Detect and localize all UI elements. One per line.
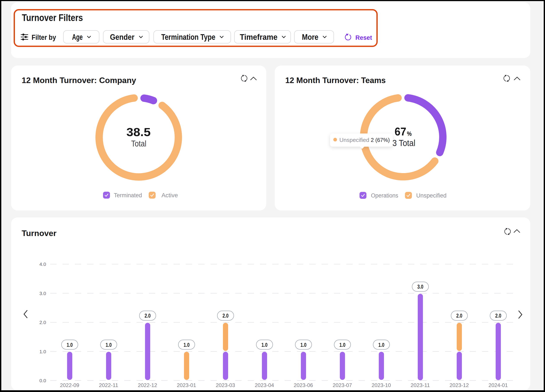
svg-text:2023-11: 2023-11: [411, 382, 430, 388]
svg-text:Age: Age: [72, 33, 83, 42]
svg-text:1.0: 1.0: [261, 342, 267, 348]
svg-text:2.0: 2.0: [223, 312, 229, 319]
svg-text:2 (67%): 2 (67%): [371, 137, 390, 143]
svg-text:2023-12: 2023-12: [450, 382, 469, 388]
svg-text:0.0: 0.0: [39, 378, 46, 383]
svg-text:Timeframe: Timeframe: [240, 33, 278, 42]
svg-text:4.0: 4.0: [39, 262, 46, 267]
svg-text:Total: Total: [131, 139, 146, 148]
svg-text:2.0: 2.0: [145, 312, 151, 319]
svg-text:Operations: Operations: [371, 192, 398, 199]
svg-text:Reset: Reset: [355, 34, 372, 41]
svg-text:Turnover Filters: Turnover Filters: [22, 12, 83, 23]
svg-text:12 Month Turnover: Company: 12 Month Turnover: Company: [22, 76, 136, 85]
svg-text:Turnover: Turnover: [22, 229, 56, 238]
svg-text:2023-04: 2023-04: [255, 382, 274, 388]
svg-text:Filter by: Filter by: [32, 33, 56, 41]
svg-text:2024-01: 2024-01: [489, 382, 508, 388]
svg-text:67: 67: [395, 125, 406, 138]
svg-text:1.0: 1.0: [378, 342, 384, 348]
svg-text:2022-11: 2022-11: [99, 382, 118, 388]
svg-text:3.0: 3.0: [417, 284, 423, 290]
svg-text:%: %: [407, 130, 412, 137]
svg-text:3.0: 3.0: [39, 291, 46, 296]
svg-text:2.0: 2.0: [39, 320, 46, 325]
svg-text:2.0: 2.0: [495, 312, 501, 319]
svg-text:Terminated: Terminated: [114, 192, 142, 199]
svg-text:Unspecified: Unspecified: [416, 192, 446, 199]
svg-text:Active: Active: [161, 192, 178, 199]
svg-text:38.5: 38.5: [126, 126, 151, 138]
svg-text:2022-09: 2022-09: [60, 382, 79, 388]
svg-text:1.0: 1.0: [106, 342, 112, 348]
svg-text:More: More: [302, 33, 318, 42]
svg-text:2022-12: 2022-12: [138, 382, 157, 388]
svg-text:2023-01: 2023-01: [177, 382, 196, 388]
svg-text:Termination Type: Termination Type: [161, 33, 215, 42]
svg-text:1.0: 1.0: [339, 342, 346, 348]
svg-text:1.0: 1.0: [39, 349, 46, 354]
svg-text:12 Month Turnover: Teams: 12 Month Turnover: Teams: [285, 76, 386, 85]
svg-text:2023-03: 2023-03: [216, 382, 235, 388]
svg-text:Gender: Gender: [110, 33, 134, 42]
svg-text:2023-07: 2023-07: [333, 382, 352, 388]
svg-text:2.0: 2.0: [456, 312, 462, 319]
svg-text:3 Total: 3 Total: [392, 138, 415, 148]
svg-text:1.0: 1.0: [184, 342, 190, 348]
svg-text:1.0: 1.0: [67, 342, 73, 348]
svg-text:1.0: 1.0: [300, 342, 306, 348]
svg-text:2023-06: 2023-06: [294, 382, 313, 388]
svg-text:Unspecified: Unspecified: [339, 137, 369, 143]
svg-text:2023-10: 2023-10: [372, 382, 391, 388]
